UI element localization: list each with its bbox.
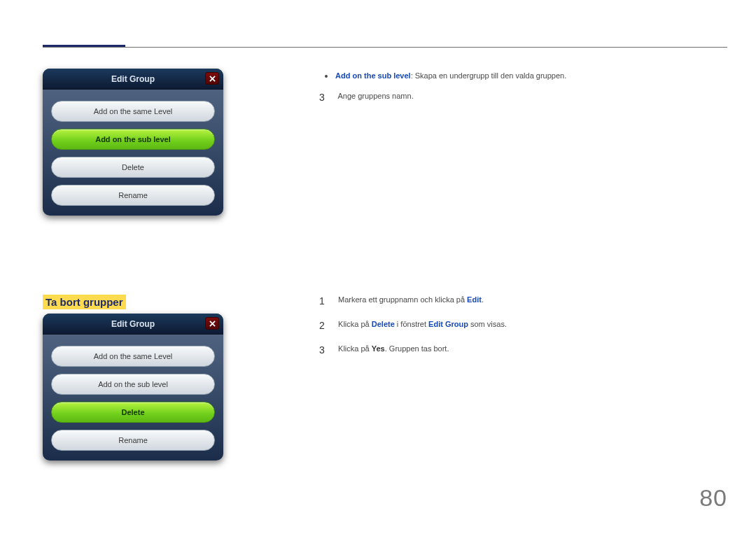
bottom-instruction-block: 1 Markera ett gruppnamn och klicka på Ed… — [319, 294, 711, 367]
option-sub-level[interactable]: Add on the sub level — [51, 374, 215, 395]
step-bold: Yes — [372, 344, 385, 353]
header-accent-bar — [43, 45, 125, 47]
step-text-mid: i fönstret — [395, 320, 428, 328]
dialog-titlebar: Edit Group — [43, 69, 223, 90]
edit-group-dialog-sublevel: Edit Group Add on the same Level Add on … — [43, 69, 223, 216]
step-link-edit-group: Edit Group — [428, 320, 468, 328]
step-number: 3 — [319, 343, 330, 358]
step-number: 2 — [319, 318, 330, 333]
step-text-post: som visas. — [468, 320, 507, 328]
bullet-label: Add on the sub level — [335, 71, 411, 80]
close-icon — [209, 317, 216, 330]
option-label: Add on the sub level — [95, 135, 171, 143]
step-text-pre: Markera ett gruppnamn och klicka på — [338, 295, 467, 304]
section-heading-text: Ta bort grupper — [46, 296, 123, 308]
option-label: Delete — [122, 163, 144, 171]
step-link: Edit — [467, 295, 482, 304]
option-same-level[interactable]: Add on the same Level — [51, 346, 215, 367]
bullet-icon — [325, 75, 328, 78]
option-label: Rename — [118, 436, 148, 444]
step-text: Ange gruppens namn. — [337, 92, 413, 100]
step-number: 3 — [319, 90, 330, 105]
header-divider — [43, 47, 727, 48]
bullet-line: Add on the sub level: Skapa en undergrup… — [323, 70, 715, 82]
option-label: Add on the same Level — [94, 107, 173, 115]
option-label: Add on the same Level — [94, 352, 173, 360]
step-row: 1 Markera ett gruppnamn och klicka på Ed… — [319, 294, 711, 309]
dialog-body: Add on the same Level Add on the sub lev… — [43, 335, 223, 461]
step-text-pre: Klicka på — [338, 320, 372, 328]
close-button[interactable] — [205, 317, 219, 330]
close-icon — [209, 72, 216, 85]
option-label: Rename — [118, 191, 148, 199]
step-number: 1 — [319, 294, 330, 309]
step-row: 3 Ange gruppens namn. — [319, 90, 715, 105]
bullet-rest: : Skapa en undergrupp till den valda gru… — [411, 71, 567, 80]
dialog-body: Add on the same Level Add on the sub lev… — [43, 90, 223, 216]
option-sub-level[interactable]: Add on the sub level — [51, 129, 215, 150]
dialog-title: Edit Group — [111, 74, 155, 84]
step-text-post: . — [482, 295, 484, 304]
step-link-delete: Delete — [372, 320, 395, 328]
step-text-post: . Gruppen tas bort. — [385, 344, 449, 353]
option-delete[interactable]: Delete — [51, 157, 215, 178]
dialog-title: Edit Group — [111, 319, 155, 329]
step-text-pre: Klicka på — [338, 344, 372, 353]
option-same-level[interactable]: Add on the same Level — [51, 101, 215, 122]
option-rename[interactable]: Rename — [51, 430, 215, 451]
page-number: 80 — [699, 484, 727, 512]
close-button[interactable] — [205, 72, 219, 85]
option-delete[interactable]: Delete — [51, 402, 215, 423]
section-heading-delete-groups: Ta bort grupper — [43, 295, 126, 309]
option-rename[interactable]: Rename — [51, 185, 215, 206]
top-instruction-block: Add on the sub level: Skapa en undergrup… — [323, 70, 715, 115]
edit-group-dialog-delete: Edit Group Add on the same Level Add on … — [43, 314, 223, 461]
step-row: 3 Klicka på Yes. Gruppen tas bort. — [319, 343, 711, 358]
dialog-titlebar: Edit Group — [43, 314, 223, 335]
step-row: 2 Klicka på Delete i fönstret Edit Group… — [319, 318, 711, 333]
option-label: Add on the sub level — [98, 380, 168, 388]
option-label: Delete — [121, 408, 144, 416]
